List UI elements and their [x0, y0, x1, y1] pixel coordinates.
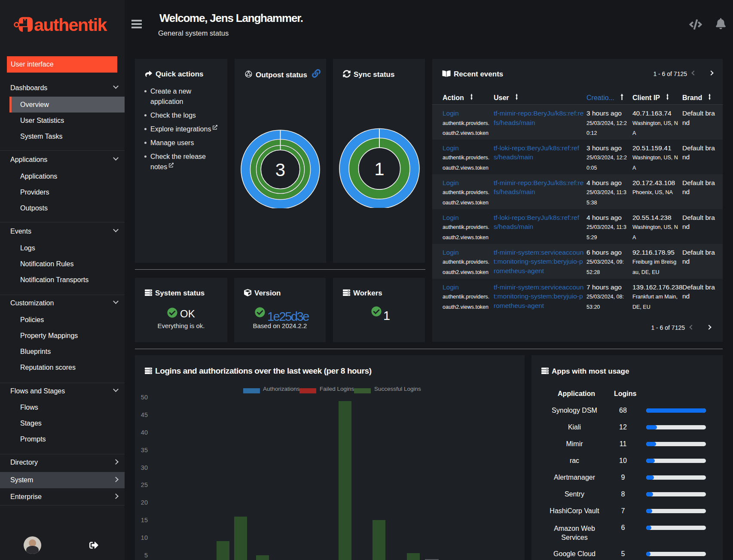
- svg-text:authentik: authentik: [34, 15, 107, 34]
- svg-text:3: 3: [275, 160, 285, 180]
- svg-text:1: 1: [374, 159, 384, 179]
